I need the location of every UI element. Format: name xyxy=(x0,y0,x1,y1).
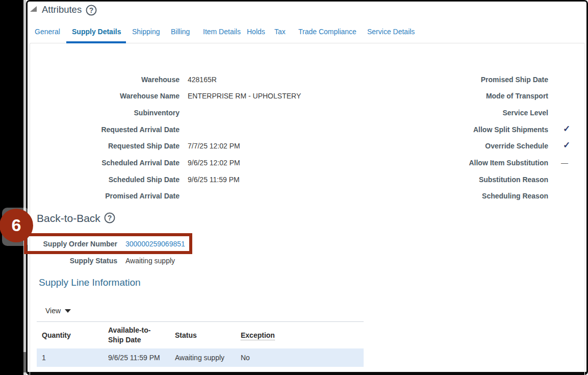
svg-text:?: ? xyxy=(89,6,94,14)
svg-text:?: ? xyxy=(108,214,112,222)
